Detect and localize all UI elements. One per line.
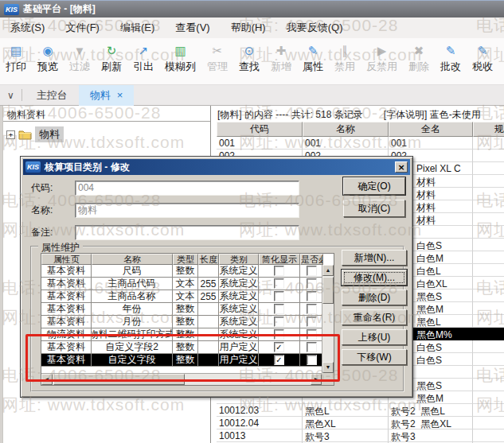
cell-category: 用户定义 <box>219 341 259 354</box>
required-checkbox[interactable] <box>307 317 317 327</box>
property-row[interactable]: 物流资料 物料二维码打印方式 整数 系统定义 <box>41 328 334 341</box>
required-checkbox[interactable] <box>307 266 317 276</box>
property-column-header[interactable]: 属性页 <box>41 254 92 265</box>
dialog-side-button[interactable]: 上移(U) <box>342 329 407 345</box>
toolbar-button[interactable]: ⊙ 查找 <box>233 38 265 84</box>
expand-icon[interactable]: + <box>6 130 15 139</box>
property-column-header[interactable]: 类型 <box>173 254 198 265</box>
property-row[interactable]: 基本资料 自定义字段 整数 用户定义 <box>41 354 334 367</box>
toolbar-button[interactable]: ↻ 刷新 <box>96 38 127 84</box>
tab[interactable]: 主控台 × <box>25 85 79 106</box>
scrollbar-thumb[interactable] <box>53 374 185 385</box>
simplify-checkbox[interactable] <box>274 278 284 289</box>
simplify-checkbox[interactable] <box>274 291 284 301</box>
property-row[interactable]: 基本资料 尺码 整数 系统定义 <box>41 265 334 278</box>
column-header[interactable]: 名称 <box>303 122 389 137</box>
cell-code: 10012.04 <box>217 417 303 429</box>
cell-length <box>198 303 219 316</box>
simplify-checkbox[interactable] <box>274 317 284 327</box>
chevron-down-icon[interactable]: ∨ <box>0 90 21 101</box>
dialog-side-button[interactable]: 重命名(R) <box>342 309 407 325</box>
cell-category: 系统定义 <box>219 278 259 290</box>
cell-spec <box>473 200 504 213</box>
property-row[interactable]: 基本资料 主商品名称 文本 255 系统定义 <box>41 290 334 303</box>
field-input[interactable] <box>75 203 299 218</box>
toolbar-button[interactable]: ◉ 预览 <box>32 38 64 84</box>
toolbar-button-icon: ◉ <box>42 44 53 57</box>
simplify-checkbox[interactable] <box>274 329 284 340</box>
dialog-side-button[interactable]: 下移(W) <box>342 349 407 365</box>
scroll-down-icon[interactable]: ▼ <box>322 362 334 373</box>
column-header[interactable]: 规格 <box>473 122 504 137</box>
scrollbar-corner <box>322 373 334 385</box>
dialog-side-button[interactable]: 新增(N)... <box>342 250 407 266</box>
toolbar-button[interactable]: ∥ 禁用 <box>329 38 361 84</box>
required-checkbox[interactable] <box>307 355 317 365</box>
menu-item[interactable]: 我要反馈(Q) <box>276 17 354 38</box>
required-checkbox[interactable] <box>307 304 317 314</box>
toolbar-button[interactable]: ↗ 引出 <box>127 38 159 84</box>
toolbar-button[interactable]: ▤ 打印 <box>0 38 32 84</box>
required-checkbox[interactable] <box>307 342 317 352</box>
toolbar-button[interactable]: ▼ 过滤 <box>64 38 96 84</box>
toolbar-button[interactable]: ✖ 删除 <box>403 38 435 84</box>
horizontal-scrollbar[interactable]: ◄ ► <box>41 373 322 385</box>
cell-code: 10012.03 <box>217 404 303 417</box>
ok-button[interactable]: 确定(O) <box>343 177 405 195</box>
tab-close-icon[interactable]: × <box>117 89 123 101</box>
menu-item[interactable]: 查看(V) <box>165 17 220 38</box>
scroll-right-icon[interactable]: ► <box>311 374 322 385</box>
scrollbar-thumb[interactable] <box>322 277 334 304</box>
cell-page: 基本资料 <box>41 303 92 316</box>
field-input[interactable] <box>75 181 299 196</box>
property-row[interactable]: 基本资料 年份 整数 系统定义 <box>41 303 334 316</box>
required-checkbox[interactable] <box>307 278 317 289</box>
required-checkbox[interactable] <box>307 291 317 301</box>
property-column-header[interactable]: 简化显示 <box>259 254 300 265</box>
property-row[interactable]: 基本资料 月份 整数 系统定义 <box>41 316 334 328</box>
property-column-header[interactable]: 类别 <box>219 254 259 265</box>
property-row[interactable]: 基本资料 自定义字段2 整数 用户定义 <box>41 341 334 354</box>
required-checkbox[interactable] <box>307 329 317 340</box>
table-row[interactable]: 10012.03 黑色L 款号2_黑色L <box>217 404 504 417</box>
scroll-up-icon[interactable]: ▲ <box>322 265 334 276</box>
table-row[interactable]: 10012.04 黑色XL 款号2_黑色XL <box>217 417 504 429</box>
menu-item[interactable]: 帮助(H) <box>221 17 276 38</box>
toolbar-button[interactable]: ▥ 模糊列 <box>159 38 201 84</box>
dialog-side-button[interactable]: 修改(M)... <box>342 270 407 286</box>
menu-item[interactable]: 编辑(E) <box>110 17 165 38</box>
toolbar-button[interactable]: ✚ 新增 <box>265 38 297 84</box>
menu-item[interactable]: 系统(S) <box>0 17 55 38</box>
cancel-button[interactable]: 取消(C) <box>343 200 405 217</box>
cell-attr-name: 自定义字段 <box>92 354 173 367</box>
toolbar-button[interactable]: ▶ 反禁用 <box>361 38 403 84</box>
property-column-header[interactable]: 是否必录 <box>300 254 323 265</box>
field-input[interactable] <box>75 225 299 240</box>
dialog-side-button[interactable]: 删除(D) <box>342 290 407 305</box>
simplify-checkbox[interactable] <box>274 304 284 314</box>
dialog-close-button[interactable]: × <box>395 161 408 173</box>
toolbar-button-label: 批改 <box>440 60 461 74</box>
cell-page: 基本资料 <box>41 341 92 354</box>
property-column-header[interactable]: 长度 <box>198 254 219 265</box>
tree-item[interactable]: + 物料 <box>6 126 207 142</box>
property-row[interactable]: 基本资料 主商品代码 文本 255 系统定义 <box>41 278 334 290</box>
tab[interactable]: 物料 × <box>79 85 135 106</box>
property-table-header: 属性页 名称 类型 长度 类别 简化显示 是否必录 <box>41 254 334 265</box>
column-header[interactable]: 代码 <box>217 122 303 137</box>
simplify-checkbox[interactable] <box>274 355 284 365</box>
property-column-header[interactable]: 名称 <box>92 254 173 265</box>
simplify-checkbox[interactable] <box>274 266 284 276</box>
menu-item[interactable]: 文件(F) <box>55 17 110 38</box>
column-header[interactable]: 全名 <box>389 122 473 137</box>
vertical-scrollbar[interactable]: ▲ ▼ <box>322 265 334 373</box>
table-row[interactable]: 10013 款号3 款号3 <box>217 429 504 442</box>
scroll-left-icon[interactable]: ◄ <box>41 374 53 385</box>
category-tree: + 物料 <box>3 122 210 147</box>
toolbar-button[interactable]: ✎ 批改 <box>435 38 467 84</box>
toolbar-button[interactable]: ✎ 属性 <box>297 38 329 84</box>
toolbar-button[interactable]: ✂ 管理 <box>201 38 233 84</box>
simplify-checkbox[interactable] <box>274 342 284 352</box>
table-row[interactable]: 001 001 001 <box>217 137 504 150</box>
toolbar-button[interactable]: ✎ 税收 <box>467 38 498 84</box>
